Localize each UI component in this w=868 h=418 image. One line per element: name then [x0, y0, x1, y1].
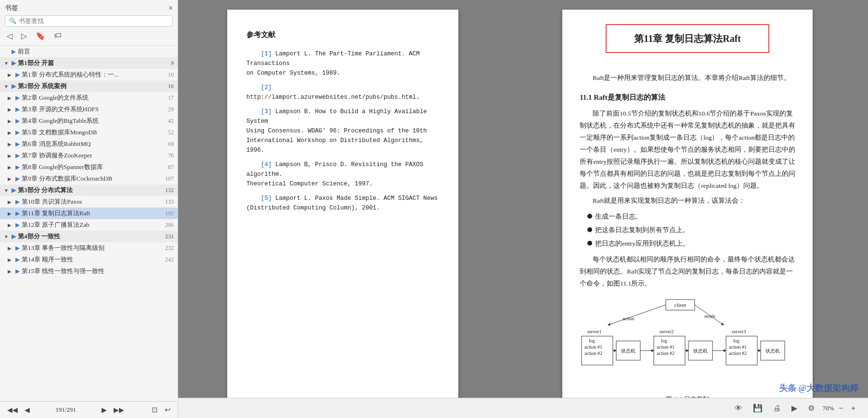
expand-icon: ▶	[8, 269, 13, 274]
toc-item-ch1[interactable]: ▶ ▶ 第1章 分布式系统的核心特性：一... 10	[0, 69, 178, 80]
nav-buttons: ◀◀ ◀	[5, 405, 32, 415]
svg-text:log: log	[661, 338, 667, 343]
expand-icon: ▶	[8, 165, 13, 170]
sidebar-footer: ◀◀ ◀ 191/291 ▶ ▶▶ ⊡ ↩	[0, 401, 178, 418]
intro-text: Raft是一种用来管理复制日志的算法。本章将介绍Raft算法的细节。	[580, 72, 795, 84]
left-page-sheet: 参考文献 [1] Lamport L. The Part-Time Parlia…	[227, 10, 458, 408]
toc-item-ch9[interactable]: ▶ ▶ 第9章 分布式数据库CockroachDB 107	[0, 173, 178, 184]
sidebar: 书签 × 🔍 ◁ ▷ 🔖 🏷 ▶ 前言 ▼	[0, 0, 178, 418]
expand-icon: ▶	[8, 142, 13, 147]
zoom-plus-button[interactable]: +	[848, 403, 858, 414]
chapter-icon: ▶	[15, 118, 20, 125]
prev-page-button[interactable]: ◀	[22, 405, 32, 415]
toc-item-ch2[interactable]: ▶ ▶ 第2章 Google的文件系统 17	[0, 92, 178, 104]
toc-label: 第1章 分布式系统的核心特性：一...	[22, 70, 159, 79]
next-page-button[interactable]: ▶	[99, 405, 109, 415]
bookmark-add-button[interactable]: 🔖	[34, 30, 47, 41]
sidebar-header: 书签 × 🔍 ◁ ▷ 🔖 🏷	[0, 0, 178, 46]
search-icon: 🔍	[9, 17, 16, 25]
collapse-icon: ▼	[4, 234, 10, 239]
chapter-icon: ▶	[15, 152, 20, 159]
view-button[interactable]: 👁	[732, 403, 745, 414]
sidebar-close-button[interactable]: ×	[168, 4, 173, 12]
toc-item-preface[interactable]: ▶ 前言	[0, 46, 178, 57]
rotate-button[interactable]: ↩	[163, 405, 173, 415]
svg-text:action: action	[622, 316, 634, 321]
expand-icon: ▶	[8, 95, 13, 101]
page-number: 231	[159, 233, 174, 240]
section1-para3: 每个状态机都以相同的顺序执行相同的命令，最终每个状态机都会达到相同的状态。Raf…	[580, 254, 795, 290]
section-icon: ▶	[12, 83, 16, 90]
save-button[interactable]: 💾	[750, 402, 765, 414]
toc-label: 第2部分 系统案例	[18, 82, 159, 91]
toc-item-part1[interactable]: ▼ ▶ 第1部分 开篇 9	[0, 57, 178, 69]
current-page: 191	[55, 406, 65, 413]
toc-label: 第10章 共识算法Paxos	[22, 197, 159, 206]
toc-item-ch15[interactable]: ▶ ▶ 第15章 线性一致性与强一致性	[0, 265, 178, 277]
page-number: 52	[159, 129, 174, 136]
toc-label: 第14章 顺序一致性	[22, 255, 159, 264]
bookmark-forward-button[interactable]: ▷	[19, 30, 29, 41]
chapter-icon: ▶	[15, 141, 20, 148]
bullet-item-1: 生成一条日志。	[587, 211, 795, 222]
ref-entry-4: [4] Lampson B, Prisco D. Revisiting the …	[246, 160, 439, 189]
settings-button[interactable]: ⚙	[805, 402, 817, 414]
toc-item-ch8[interactable]: ▶ ▶ 第8章 Google的Spanner数据库 87	[0, 161, 178, 173]
toc-item-ch3[interactable]: ▶ ▶ 第3章 开源的文件系统HDFS 29	[0, 104, 178, 115]
zoom-minus-button[interactable]: −	[836, 403, 846, 414]
expand-icon: ▶	[8, 257, 13, 262]
expand-icon: ▶	[8, 107, 13, 112]
search-input[interactable]	[19, 17, 168, 25]
chapter-icon: ▶	[15, 94, 20, 102]
bookmark-back-button[interactable]: ◁	[5, 30, 14, 41]
search-box: 🔍	[5, 15, 173, 26]
toc-item-ch10[interactable]: ▶ ▶ 第10章 共识算法Paxos 133	[0, 196, 178, 208]
toc-item-part2[interactable]: ▼ ▶ 第2部分 系统案例 16	[0, 80, 178, 92]
bullet-dot	[587, 241, 592, 246]
page-number: 16	[159, 83, 174, 90]
play-button[interactable]: ▶	[789, 402, 800, 414]
toc-item-ch6[interactable]: ▶ ▶ 第6章 消息系统RabbitMQ 69	[0, 138, 178, 150]
ref-number-1: [1]	[261, 51, 272, 57]
sidebar-title-row: 书签 ×	[5, 4, 173, 13]
expand-icon: ▶	[8, 199, 13, 205]
toc-item-ch14[interactable]: ▶ ▶ 第14章 顺序一致性 242	[0, 254, 178, 265]
svg-text:状态机: 状态机	[693, 348, 708, 353]
toc-item-ch5[interactable]: ▶ ▶ 第5章 文档数据库MongoDB 52	[0, 127, 178, 138]
toc-label: 第7章 协调服务ZooKeeper	[22, 151, 159, 160]
fit-page-button[interactable]: ⊡	[150, 405, 160, 415]
right-page-panel: 第11章 复制日志算法Raft Raft是一种用来管理复制日志的算法。本章将介绍…	[507, 0, 868, 418]
svg-text:server2: server2	[660, 329, 674, 334]
page-number: 69	[159, 141, 174, 148]
svg-text:result: result	[704, 314, 715, 319]
raft-diagram: client action result s	[577, 299, 798, 390]
toc-item-part3[interactable]: ▼ ▶ 第3部分 分布式算法 132	[0, 184, 178, 196]
bookmark-tag-button[interactable]: 🏷	[52, 30, 64, 41]
chapter-title: 第11章 复制日志算法Raft	[616, 30, 759, 47]
toc-label: 第12章 原子广播算法Zab	[22, 221, 159, 229]
ref-entry-3: [3] Lampson B. How to Build a Highly Ava…	[246, 107, 439, 155]
toc-item-ch12[interactable]: ▶ ▶ 第12章 原子广播算法Zab 206	[0, 219, 178, 231]
toc-item-ch11[interactable]: ▶ ▶ 第11章 复制日志算法Raft 192	[0, 208, 178, 219]
last-page-button[interactable]: ▶▶	[111, 405, 127, 415]
ref-number-5: [5]	[261, 195, 272, 202]
toc-item-ch7[interactable]: ▶ ▶ 第7章 协调服务ZooKeeper 76	[0, 150, 178, 161]
toc-label: 第5章 文档数据库MongoDB	[22, 128, 159, 137]
svg-text:log: log	[589, 338, 595, 343]
toc-item-ch13[interactable]: ▶ ▶ 第13章 事务一致性与隔离级别 232	[0, 242, 178, 254]
section-icon: ▶	[12, 233, 16, 240]
page-number: 232	[159, 245, 174, 252]
svg-text:action #1: action #1	[729, 344, 747, 350]
svg-text:状态机: 状态机	[621, 348, 635, 353]
ref-entry-2: [2] http://lamport.azurewebsites.net/pub…	[246, 83, 439, 102]
zoom-level: 70%	[822, 405, 834, 412]
toc-item-part4[interactable]: ▼ ▶ 第4部分 一致性 231	[0, 231, 178, 242]
bullet-text: 生成一条日志。	[595, 211, 642, 222]
toc-item-ch4[interactable]: ▶ ▶ 第4章 Google的BigTable系统 42	[0, 115, 178, 127]
svg-text:action #2: action #2	[657, 351, 674, 356]
print-button[interactable]: 🖨	[770, 403, 784, 414]
first-page-button[interactable]: ◀◀	[5, 405, 20, 415]
svg-text:server1: server1	[587, 329, 601, 334]
section1-para1: 除了前面10.5节介绍的复制状态机和10.6节介绍的基于Paxos实现的复制状态…	[580, 108, 795, 192]
expand-icon: ▶	[8, 222, 13, 228]
